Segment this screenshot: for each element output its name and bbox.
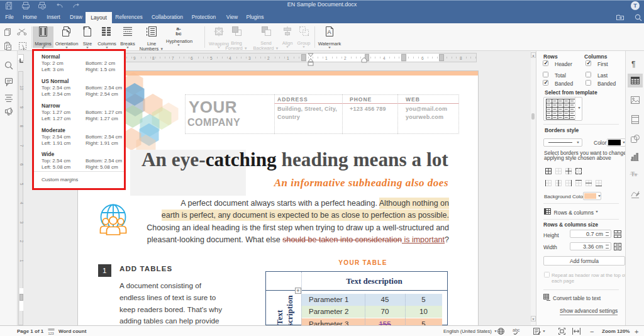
svg-text:123: 123 (48, 332, 54, 335)
svg-text:A: A (328, 29, 331, 35)
svg-text:abc: abc (513, 328, 520, 332)
